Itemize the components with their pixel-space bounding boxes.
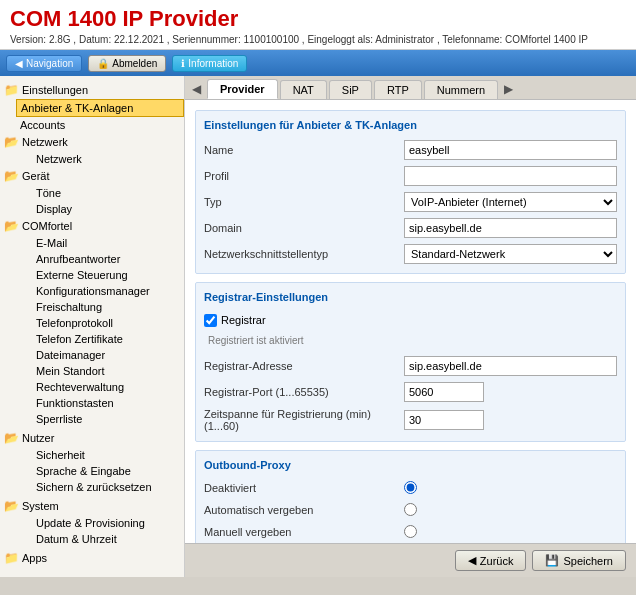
netzwerk-select[interactable]: Standard-Netzwerk VPN <box>404 244 617 264</box>
section1: Einstellungen für Anbieter & TK-Anlagen … <box>195 110 626 274</box>
sidebar-item-telefonprotokoll[interactable]: Telefonprotokoll <box>32 315 184 331</box>
registrar-port-row: Registrar-Port (1...65535) <box>204 379 617 405</box>
zeitspanne-input[interactable] <box>404 410 484 430</box>
tab-prev-arrow[interactable]: ◀ <box>188 80 205 98</box>
radio-automatisch[interactable] <box>404 503 417 516</box>
speichern-button[interactable]: 💾 Speichern <box>532 550 626 571</box>
sidebar-item-sichern[interactable]: Sichern & zurücksetzen <box>32 479 184 495</box>
sidebar-section-system: 📂 System Update & Provisioning Datum & U… <box>0 496 184 548</box>
sidebar-label-anrufbeantworter: Anrufbeantworter <box>36 253 120 265</box>
sidebar-label-standort: Mein Standort <box>36 365 104 377</box>
sidebar-item-datum[interactable]: Datum & Uhrzeit <box>32 531 184 547</box>
folder-open-icon: 📂 <box>4 135 19 149</box>
sidebar-item-update[interactable]: Update & Provisioning <box>32 515 184 531</box>
sidebar-item-system-folder[interactable]: 📂 System <box>0 497 184 515</box>
manuell-label: Manuell vergeben <box>204 526 404 538</box>
sidebar-label-sprache: Sprache & Eingabe <box>36 465 131 477</box>
automatisch-row: Automatisch vergeben <box>204 499 617 521</box>
sidebar-item-externe-steuerung[interactable]: Externe Steuerung <box>32 267 184 283</box>
sidebar-item-nutzer-folder[interactable]: 📂 Nutzer <box>0 429 184 447</box>
sidebar-item-einstellungen[interactable]: 📁 Einstellungen <box>0 81 184 99</box>
save-icon: 💾 <box>545 554 559 567</box>
registrar-port-input[interactable] <box>404 382 484 402</box>
profil-label: Profil <box>204 170 404 182</box>
sidebar-label-netzwerk: Netzwerk <box>36 153 82 165</box>
folder-open-icon4: 📂 <box>4 431 19 445</box>
automatisch-label: Automatisch vergeben <box>204 504 404 516</box>
sidebar-item-email[interactable]: E-Mail <box>32 235 184 251</box>
section1-title: Einstellungen für Anbieter & TK-Anlagen <box>204 119 617 131</box>
sidebar-item-toene[interactable]: Töne <box>32 185 184 201</box>
name-value-container <box>404 140 617 160</box>
zeitspanne-label: Zeitspanne für Registrierung (min) (1...… <box>204 408 404 432</box>
sidebar-item-netzwerk[interactable]: Netzwerk <box>32 151 184 167</box>
abmelden-button[interactable]: 🔒 Abmelden <box>88 55 166 72</box>
sidebar-item-sperrliste[interactable]: Sperrliste <box>32 411 184 427</box>
sidebar-label-funktionstasten: Funktionstasten <box>36 397 114 409</box>
name-row: Name <box>204 137 617 163</box>
sidebar-item-rechteverwaltung[interactable]: Rechteverwaltung <box>32 379 184 395</box>
tab-next-arrow[interactable]: ▶ <box>500 80 517 98</box>
name-input[interactable] <box>404 140 617 160</box>
registrar-sublabel-row: Registriert ist aktiviert <box>204 331 617 353</box>
registrar-checkbox-row: Registrar <box>204 309 617 331</box>
sidebar-item-comfortel-folder[interactable]: 📂 COMfortel <box>0 217 184 235</box>
sidebar-item-freischaltung[interactable]: Freischaltung <box>32 299 184 315</box>
arrow-left-icon: ◀ <box>15 58 23 69</box>
radio-deaktiviert[interactable] <box>404 481 417 494</box>
sidebar-label-netzwerk-folder: Netzwerk <box>22 136 68 148</box>
registrar-adresse-container <box>404 356 617 376</box>
sidebar-item-display[interactable]: Display <box>32 201 184 217</box>
nav-button[interactable]: ◀ Navigation <box>6 55 82 72</box>
radio-manuell[interactable] <box>404 525 417 538</box>
zeitspanne-container <box>404 410 617 430</box>
sidebar-item-dateimanager[interactable]: Dateimanager <box>32 347 184 363</box>
sidebar-label-nutzer: Nutzer <box>22 432 54 444</box>
sidebar-item-mein-standort[interactable]: Mein Standort <box>32 363 184 379</box>
sidebar-item-geraet-folder[interactable]: 📂 Gerät <box>0 167 184 185</box>
sidebar-item-konfigurationsmanager[interactable]: Konfigurationsmanager <box>32 283 184 299</box>
tab-nummern[interactable]: Nummern <box>424 80 498 99</box>
sidebar-item-sprache[interactable]: Sprache & Eingabe <box>32 463 184 479</box>
deaktiviert-radio-container <box>404 481 417 496</box>
typ-select[interactable]: VoIP-Anbieter (Internet) TK-Anlage (IP) … <box>404 192 617 212</box>
sidebar-label-telefonprotokoll: Telefonprotokoll <box>36 317 113 329</box>
sidebar-item-sicherheit[interactable]: Sicherheit <box>32 447 184 463</box>
tab-provider[interactable]: Provider <box>207 79 278 99</box>
sidebar-label-update: Update & Provisioning <box>36 517 145 529</box>
sidebar-label-externe: Externe Steuerung <box>36 269 128 281</box>
domain-label: Domain <box>204 222 404 234</box>
sidebar-label-dateimanager: Dateimanager <box>36 349 105 361</box>
tab-sip[interactable]: SiP <box>329 80 372 99</box>
zurueck-button[interactable]: ◀ Zurück <box>455 550 527 571</box>
sidebar-label-email: E-Mail <box>36 237 67 249</box>
domain-input[interactable] <box>404 218 617 238</box>
sidebar-item-anrufbeantworter[interactable]: Anrufbeantworter <box>32 251 184 267</box>
profil-input[interactable] <box>404 166 617 186</box>
tab-nat[interactable]: NAT <box>280 80 327 99</box>
registrar-checkbox-label: Registrar <box>221 314 266 326</box>
registrar-checkbox[interactable] <box>204 314 217 327</box>
sidebar-item-anbieter[interactable]: Anbieter & TK-Anlagen <box>16 99 184 117</box>
sidebar-label-anbieter: Anbieter & TK-Anlagen <box>21 102 133 114</box>
sidebar-label-apps: Apps <box>22 552 47 564</box>
domain-row: Domain <box>204 215 617 241</box>
netzwerk-row: Netzwerkschnittstellentyp Standard-Netzw… <box>204 241 617 267</box>
lock-icon: 🔒 <box>97 58 109 69</box>
sidebar-item-telefon-zertifikate[interactable]: Telefon Zertifikate <box>32 331 184 347</box>
profil-row: Profil <box>204 163 617 189</box>
registrar-adresse-input[interactable] <box>404 356 617 376</box>
info-button[interactable]: ℹ Information <box>172 55 247 72</box>
sidebar-item-funktionstasten[interactable]: Funktionstasten <box>32 395 184 411</box>
folder-icon: 📁 <box>4 83 19 97</box>
sidebar-label-system: System <box>22 500 59 512</box>
sidebar-item-netzwerk-folder[interactable]: 📂 Netzwerk <box>0 133 184 151</box>
sidebar-item-accounts[interactable]: Accounts <box>16 117 184 133</box>
tab-rtp[interactable]: RTP <box>374 80 422 99</box>
folder-open-icon2: 📂 <box>4 169 19 183</box>
registrar-port-container <box>404 382 617 402</box>
domain-value-container <box>404 218 617 238</box>
sidebar-label-zertifikate: Telefon Zertifikate <box>36 333 123 345</box>
sidebar-item-apps-folder[interactable]: 📁 Apps <box>0 549 184 567</box>
form-content: Einstellungen für Anbieter & TK-Anlagen … <box>185 100 636 543</box>
